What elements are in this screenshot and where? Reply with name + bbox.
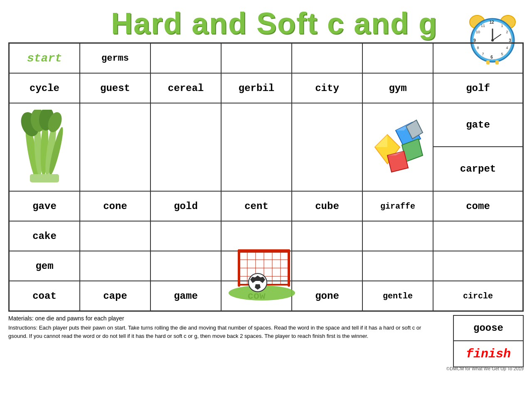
svg-text:10: 10	[476, 30, 480, 34]
cell-gate-carpet-group: gate carpet	[433, 103, 522, 191]
cell-coat: coat	[10, 281, 80, 310]
cell-empty-cake2	[80, 221, 151, 251]
gems-image	[367, 114, 429, 180]
cell-cape: cape	[80, 281, 151, 310]
page-title: Hard and Soft c and g	[8, 8, 524, 38]
cell-empty-gem6	[363, 251, 433, 281]
materials-section: Materials: one die and pawns for each pl…	[8, 315, 524, 373]
board-row-gave: gave cone gold cent cube giraffe come	[10, 192, 522, 221]
goose-finish-group: goose finish	[453, 315, 524, 367]
cell-cube: cube	[292, 192, 363, 221]
soccer-image	[220, 239, 303, 301]
copyright-text: ©DMCM for What We Get Up To 2019	[446, 366, 524, 371]
board-row-2: cycle guest cereal gerbil city gym golf	[10, 74, 522, 103]
cell-image-left	[10, 103, 80, 191]
start-cell: start	[10, 44, 80, 73]
cell-goose: goose	[453, 315, 524, 341]
cell-gate: gate	[433, 103, 522, 147]
cell-empty-r1c3	[151, 44, 222, 73]
cell-empty-mid3	[222, 103, 292, 191]
cell-empty-cake7	[433, 221, 522, 251]
cell-city: city	[292, 74, 363, 103]
svg-text:11: 11	[481, 24, 485, 28]
cell-gave: gave	[10, 192, 80, 221]
cell-cake: cake	[10, 221, 80, 251]
cell-empty-r1c6	[363, 44, 433, 73]
cell-finish: finish	[453, 341, 524, 367]
svg-rect-52	[238, 249, 290, 253]
cell-gold: gold	[151, 192, 222, 221]
cell-cone: cone	[80, 192, 151, 221]
board-row-1: start germs	[10, 44, 522, 74]
cell-guest: guest	[80, 74, 151, 103]
svg-point-19	[491, 39, 494, 42]
cell-empty-gem7	[433, 251, 522, 281]
svg-text:12: 12	[489, 20, 494, 25]
cell-empty-cake6	[363, 221, 433, 251]
cell-germs: germs	[80, 44, 151, 73]
svg-text:2: 2	[506, 30, 508, 34]
svg-text:1: 1	[501, 24, 503, 28]
cell-empty-gem2	[80, 251, 151, 281]
cell-empty-gem3	[151, 251, 222, 281]
svg-rect-51	[288, 249, 290, 287]
cell-cereal: cereal	[151, 74, 222, 103]
svg-rect-31	[30, 174, 59, 182]
cell-cycle: cycle	[10, 74, 80, 103]
cell-gym: gym	[363, 74, 433, 103]
cell-golf: golf	[433, 74, 522, 103]
cell-empty-mid1	[80, 103, 151, 191]
instructions-text: Instructions: Each player puts their paw…	[8, 324, 441, 340]
cell-empty-cake3	[151, 221, 222, 251]
cell-cent: cent	[222, 192, 292, 221]
cell-empty-r1c4	[222, 44, 292, 73]
cell-empty-r1c7	[433, 44, 522, 73]
soccer-image-container	[220, 239, 303, 303]
cell-empty-r1c5	[292, 44, 363, 73]
svg-rect-50	[238, 249, 240, 287]
cell-empty-mid2	[151, 103, 222, 191]
celery-image	[20, 110, 69, 185]
cell-game: game	[151, 281, 222, 310]
cell-gerbil: gerbil	[222, 74, 292, 103]
materials-text: Materials: one die and pawns for each pl…	[8, 315, 441, 322]
cell-gems-image	[363, 103, 433, 191]
bottom-section: Materials: one die and pawns for each pl…	[8, 315, 524, 373]
svg-marker-33	[375, 135, 387, 147]
cell-carpet: carpet	[433, 147, 522, 191]
cell-come: come	[433, 192, 522, 221]
cell-giraffe: giraffe	[363, 192, 433, 221]
cell-gem: gem	[10, 251, 80, 281]
cell-gentle: gentle	[363, 281, 433, 310]
cell-empty-mid4	[292, 103, 363, 191]
cell-circle: circle	[433, 281, 522, 310]
board-image-row: gate carpet	[10, 103, 522, 192]
